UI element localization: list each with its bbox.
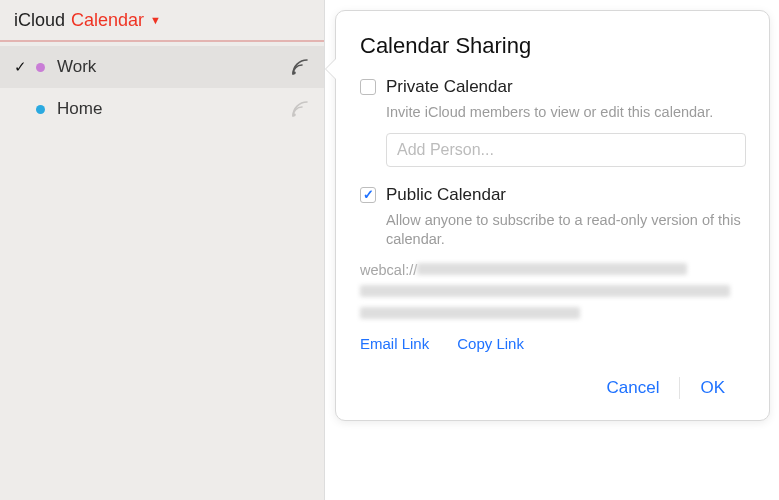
- broadcast-icon[interactable]: [290, 57, 310, 77]
- url-redacted: [360, 307, 580, 319]
- app-root: iCloud Calendar ▼ ✓ Work Home: [0, 0, 779, 500]
- sidebar-header[interactable]: iCloud Calendar ▼: [0, 0, 324, 42]
- calendar-item-work[interactable]: ✓ Work: [0, 46, 324, 88]
- calendar-item-home[interactable]: Home: [0, 88, 324, 130]
- private-desc: Invite iCloud members to view or edit th…: [386, 103, 745, 123]
- popover-footer: Cancel OK: [360, 374, 745, 402]
- brand-label: iCloud: [14, 10, 65, 31]
- email-link-button[interactable]: Email Link: [360, 335, 429, 352]
- cancel-button[interactable]: Cancel: [587, 374, 680, 402]
- link-actions: Email Link Copy Link: [360, 335, 745, 352]
- add-person-placeholder: Add Person...: [397, 141, 494, 159]
- public-url[interactable]: webcal://: [360, 260, 745, 325]
- public-desc: Allow anyone to subscribe to a read-only…: [386, 211, 745, 250]
- chevron-down-icon: ▼: [150, 14, 161, 26]
- broadcast-icon[interactable]: [290, 99, 310, 119]
- sidebar: iCloud Calendar ▼ ✓ Work Home: [0, 0, 325, 500]
- url-redacted: [417, 263, 687, 275]
- ok-button[interactable]: OK: [680, 374, 745, 402]
- check-icon: ✓: [14, 58, 36, 76]
- calendar-label: Home: [57, 99, 290, 119]
- private-section: Private Calendar Invite iCloud members t…: [360, 77, 745, 167]
- public-checkbox[interactable]: [360, 187, 376, 203]
- public-section: Public Calendar Allow anyone to subscrib…: [360, 185, 745, 352]
- url-prefix: webcal://: [360, 262, 417, 278]
- calendar-label: Work: [57, 57, 290, 77]
- private-checkbox[interactable]: [360, 79, 376, 95]
- add-person-input[interactable]: Add Person...: [386, 133, 746, 167]
- private-label: Private Calendar: [386, 77, 513, 97]
- sharing-popover: Calendar Sharing Private Calendar Invite…: [335, 10, 770, 421]
- url-redacted: [360, 285, 730, 297]
- copy-link-button[interactable]: Copy Link: [457, 335, 524, 352]
- svg-point-1: [293, 113, 296, 116]
- calendar-list: ✓ Work Home: [0, 42, 324, 130]
- svg-point-0: [293, 71, 296, 74]
- public-label: Public Calendar: [386, 185, 506, 205]
- color-dot: [36, 63, 45, 72]
- app-name-label: Calendar: [71, 10, 144, 31]
- popover-title: Calendar Sharing: [360, 33, 745, 59]
- color-dot: [36, 105, 45, 114]
